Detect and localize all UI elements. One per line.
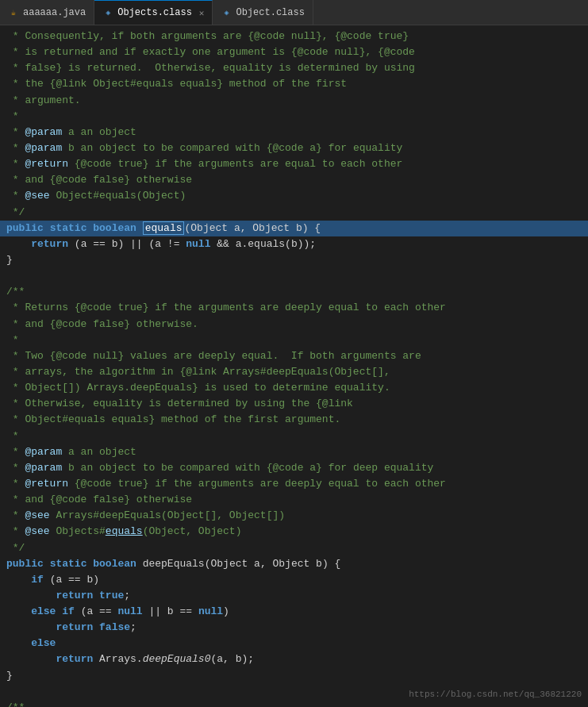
code-text bbox=[6, 684, 13, 700]
class-icon-objects: ◈ bbox=[102, 7, 113, 18]
tab-objects-label: Objects.class bbox=[117, 7, 192, 18]
code-text: */ bbox=[6, 205, 25, 221]
code-text: * bbox=[6, 428, 19, 444]
class-icon-object: ◈ bbox=[221, 7, 232, 18]
code-line-19: * bbox=[0, 332, 588, 348]
code-line-29: * and {@code false} otherwise bbox=[0, 492, 588, 508]
code-text: * and {@code false} otherwise bbox=[6, 172, 192, 188]
code-line-18: * and {@code false} otherwise. bbox=[0, 317, 588, 332]
code-text: * Two {@code null} values are deeply equ… bbox=[6, 348, 421, 364]
code-text: * Otherwise, equality is determined by u… bbox=[6, 396, 353, 412]
code-text: return false; bbox=[6, 620, 136, 636]
code-line-20: * Two {@code null} values are deeply equ… bbox=[0, 348, 588, 364]
code-line-16: /** bbox=[0, 284, 588, 300]
code-line-33: public static boolean deepEquals(Object … bbox=[0, 556, 588, 572]
code-text bbox=[6, 268, 13, 284]
code-text: if (a == b) bbox=[6, 572, 99, 588]
tab-aaaaaa[interactable]: ☕ aaaaaa.java bbox=[0, 0, 94, 25]
code-line-15: } bbox=[0, 252, 588, 268]
code-text: * bbox=[6, 109, 19, 125]
code-line-9: * @return {@code true} if the arguments … bbox=[0, 156, 588, 172]
code-line-17: * Returns {@code true} if the arguments … bbox=[0, 300, 588, 316]
code-line-35: return true; bbox=[0, 588, 588, 604]
code-text: * @param a an object bbox=[6, 444, 136, 460]
code-line-40: } bbox=[0, 668, 588, 684]
code-line-34: if (a == b) bbox=[0, 572, 588, 588]
code-text: * arrays, the algorithm in {@link Arrays… bbox=[6, 364, 390, 380]
code-text: * bbox=[6, 332, 19, 348]
tab-object-label: Object.class bbox=[236, 7, 304, 18]
code-text: * @see Objects#equals(Object, Object) bbox=[6, 524, 241, 540]
code-text: * Returns {@code true} if the arguments … bbox=[6, 300, 446, 316]
code-text: return true; bbox=[6, 588, 130, 604]
tab-aaaaaa-label: aaaaaa.java bbox=[23, 7, 86, 18]
code-text: * and {@code false} otherwise. bbox=[6, 317, 198, 332]
code-text: } bbox=[6, 252, 13, 268]
watermark: https://blog.csdn.net/qq_36821220 bbox=[409, 690, 582, 699]
code-line-38: else bbox=[0, 636, 588, 651]
tab-object[interactable]: ◈ Object.class bbox=[213, 0, 313, 25]
code-line-31: * @see Objects#equals(Object, Object) bbox=[0, 524, 588, 540]
code-line-3: * false} is returned. Otherwise, equalit… bbox=[0, 60, 588, 76]
code-text: * the {@link Object#equals equals} metho… bbox=[6, 76, 347, 92]
code-text: else if (a == null || b == null) bbox=[6, 604, 229, 620]
code-text: /** bbox=[6, 284, 25, 300]
code-line-36: else if (a == null || b == null) bbox=[0, 604, 588, 620]
code-text: public static boolean equals(Object a, O… bbox=[6, 221, 321, 236]
code-line-8: * @param b an object to be compared with… bbox=[0, 140, 588, 156]
code-line-32: */ bbox=[0, 540, 588, 556]
code-text: * Object[]) Arrays.deepEquals} is used t… bbox=[6, 380, 390, 396]
code-line-7: * @param a an object bbox=[0, 125, 588, 140]
code-line-37: return false; bbox=[0, 620, 588, 636]
code-text: else bbox=[6, 636, 56, 651]
code-text: * @return {@code true} if the arguments … bbox=[6, 476, 446, 492]
code-text: * @param a an object bbox=[6, 125, 136, 140]
code-text: } bbox=[6, 668, 13, 684]
code-text: * is returned and if exactly one argumen… bbox=[6, 44, 415, 60]
code-text: * @param b an object to be compared with… bbox=[6, 460, 433, 476]
code-line-30: * @see Arrays#deepEquals(Object[], Objec… bbox=[0, 508, 588, 524]
code-text: * argument. bbox=[6, 93, 81, 109]
code-line-39: return Arrays.deepEquals0(a, b); bbox=[0, 651, 588, 667]
code-line-23: * Otherwise, equality is determined by u… bbox=[0, 396, 588, 412]
code-text: * @param b an object to be compared with… bbox=[6, 140, 402, 156]
code-line-21: * arrays, the algorithm in {@link Arrays… bbox=[0, 364, 588, 380]
code-line-4: * the {@link Object#equals equals} metho… bbox=[0, 76, 588, 92]
code-line-14: return (a == b) || (a != null && a.equal… bbox=[0, 236, 588, 252]
code-line-13: public static boolean equals(Object a, O… bbox=[0, 221, 588, 236]
code-editor: * Consequently, if both arguments are {@… bbox=[0, 25, 588, 707]
code-text: * Consequently, if both arguments are {@… bbox=[6, 29, 409, 44]
code-line-28: * @return {@code true} if the arguments … bbox=[0, 476, 588, 492]
code-line-5: * argument. bbox=[0, 93, 588, 109]
code-text: public static boolean deepEquals(Object … bbox=[6, 556, 340, 572]
code-line-blank1 bbox=[0, 268, 588, 284]
code-text: */ bbox=[6, 540, 25, 556]
code-line-11: * @see Object#equals(Object) bbox=[0, 188, 588, 204]
code-line-25: * bbox=[0, 428, 588, 444]
tab-objects[interactable]: ◈ Objects.class ✕ bbox=[94, 0, 213, 25]
code-text: * @see Object#equals(Object) bbox=[6, 188, 186, 204]
code-line-6: * bbox=[0, 109, 588, 125]
code-text: * false} is returned. Otherwise, equalit… bbox=[6, 60, 415, 76]
code-text: * @see Arrays#deepEquals(Object[], Objec… bbox=[6, 508, 285, 524]
java-icon: ☕ bbox=[8, 7, 19, 18]
code-line-10: * and {@code false} otherwise bbox=[0, 172, 588, 188]
code-line-2: * is returned and if exactly one argumen… bbox=[0, 44, 588, 60]
code-line-27: * @param b an object to be compared with… bbox=[0, 460, 588, 476]
code-text: /** bbox=[6, 700, 25, 707]
code-line-26: * @param a an object bbox=[0, 444, 588, 460]
code-line-41: /** bbox=[0, 700, 588, 707]
code-text: return Arrays.deepEquals0(a, b); bbox=[6, 651, 254, 667]
code-line-1: * Consequently, if both arguments are {@… bbox=[0, 29, 588, 44]
code-line-12: */ bbox=[0, 205, 588, 221]
code-text: return (a == b) || (a != null && a.equal… bbox=[6, 236, 316, 252]
tab-bar: ☕ aaaaaa.java ◈ Objects.class ✕ ◈ Object… bbox=[0, 0, 588, 25]
code-text: * @return {@code true} if the arguments … bbox=[6, 156, 402, 172]
code-line-24: * Object#equals equals} method of the fi… bbox=[0, 412, 588, 428]
code-text: * Object#equals equals} method of the fi… bbox=[6, 412, 340, 428]
code-line-22: * Object[]) Arrays.deepEquals} is used t… bbox=[0, 380, 588, 396]
code-text: * and {@code false} otherwise bbox=[6, 492, 192, 508]
tab-objects-close[interactable]: ✕ bbox=[199, 8, 205, 18]
